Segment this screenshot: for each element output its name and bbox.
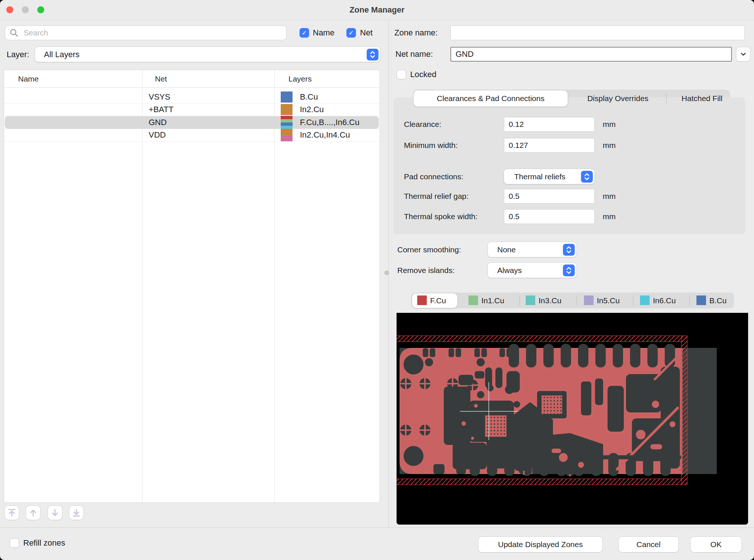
net-filter-checkbox[interactable]: ✓	[346, 28, 356, 38]
remove-islands-label: Remove islands:	[397, 263, 454, 278]
preview-layer-tab-strip	[411, 293, 734, 308]
cell-layers: In2.Cu	[300, 103, 324, 116]
layer-tab-separator	[519, 295, 520, 305]
net-name-label: Net name:	[395, 47, 433, 62]
refill-zones-label: Refill zones	[23, 536, 65, 550]
pcb-preview-canvas[interactable]	[397, 313, 748, 525]
minimum-width-value: 0.127	[509, 141, 528, 150]
zone-name-label: Zone name:	[394, 25, 437, 40]
table-row-gnd[interactable]: GNDF.Cu,B....,In6.Cu	[5, 116, 379, 129]
move-up-icon	[28, 508, 38, 518]
popup-stepper-icon	[563, 244, 575, 256]
layer-color-swatch-fcu	[417, 295, 427, 305]
ok-button[interactable]: OK	[691, 537, 741, 552]
layer-swatch	[281, 119, 293, 122]
move-to-bottom-button[interactable]	[69, 506, 83, 520]
layer-swatch	[281, 135, 293, 141]
tab-clearances-label[interactable]: Clearances & Pad Connections	[414, 90, 568, 107]
table-row-vdd[interactable]: VDDIn2.Cu,In4.Cu	[5, 129, 379, 141]
pad-connections-popup[interactable]: Thermal reliefs	[504, 169, 595, 184]
layer-tab-label-in3cu[interactable]: In3.Cu	[539, 293, 561, 308]
layer-tab-separator	[576, 295, 577, 305]
popup-stepper-icon	[367, 49, 378, 61]
move-down-icon	[50, 508, 60, 518]
tab-hatched-fill[interactable]: Hatched Fill	[673, 90, 731, 107]
thermal-spoke-width-unit: mm	[603, 209, 616, 224]
minimum-width-unit: mm	[603, 138, 616, 153]
thermal-relief-gap-label: Thermal relief gap:	[404, 189, 468, 204]
layer-color-swatches	[281, 129, 293, 141]
table-header: Name Net Layers	[4, 70, 380, 88]
update-displayed-zones-button[interactable]: Update Displayed Zones	[478, 537, 602, 552]
layer-color-swatch-in3cu	[526, 295, 535, 305]
layer-color-swatches	[281, 91, 293, 103]
cell-layers: F.Cu,B....,In6.Cu	[300, 116, 359, 129]
net-name-dropdown-button[interactable]	[736, 47, 750, 61]
layer-tab-label-in6cu[interactable]: In6.Cu	[653, 293, 676, 308]
table-row-batt[interactable]: +BATTIn2.Cu	[5, 103, 379, 116]
net-filter-label: Net	[360, 26, 373, 40]
popup-stepper-icon	[581, 171, 593, 183]
column-header-name[interactable]: Name	[18, 70, 39, 87]
layer-color-swatch-in1cu	[468, 295, 478, 305]
cell-layers: B.Cu	[300, 91, 318, 103]
splitter-handle[interactable]	[384, 270, 389, 275]
thermal-spoke-width-input[interactable]: 0.5	[504, 209, 595, 224]
name-filter-label: Name	[313, 26, 335, 40]
zone-name-input[interactable]	[450, 25, 745, 40]
layer-filter-value: All Layers	[44, 50, 80, 59]
zone-manager-window: Zone Manager Search ✓ Name ✓ Net Layer: …	[0, 0, 754, 560]
net-name-input[interactable]: GND	[450, 47, 732, 62]
pad-connections-value: Thermal reliefs	[514, 172, 566, 181]
column-header-net[interactable]: Net	[155, 70, 167, 87]
layer-tab-label-fcu[interactable]: F.Cu	[430, 293, 446, 308]
locked-checkbox[interactable]	[397, 70, 406, 79]
corner-smoothing-popup[interactable]: None	[488, 242, 577, 257]
layer-swatch	[281, 116, 293, 119]
search-icon	[10, 28, 18, 37]
tab-display-overrides[interactable]: Display Overrides	[577, 90, 659, 107]
move-down-button[interactable]	[48, 506, 62, 520]
minimum-width-input[interactable]: 0.127	[504, 138, 595, 153]
layer-tab-label-in5cu[interactable]: In5.Cu	[597, 293, 620, 308]
thermal-relief-gap-value: 0.5	[509, 192, 519, 201]
move-to-top-button[interactable]	[5, 506, 19, 520]
cancel-button[interactable]: Cancel	[619, 537, 678, 552]
layer-swatch	[281, 91, 293, 103]
move-to-bottom-icon	[72, 508, 81, 518]
search-input[interactable]: Search	[5, 25, 287, 40]
search-placeholder: Search	[24, 28, 48, 37]
thermal-spoke-width-value: 0.5	[509, 212, 519, 221]
net-name-value: GND	[456, 49, 474, 59]
layer-color-swatches	[281, 104, 293, 115]
thermal-relief-gap-input[interactable]: 0.5	[504, 189, 595, 204]
cell-layers: In2.Cu,In4.Cu	[300, 129, 350, 141]
layer-filter-label: Layer:	[7, 47, 29, 62]
layer-tab-separator	[633, 295, 633, 305]
clearance-label: Clearance:	[404, 117, 442, 132]
remove-islands-value: Always	[497, 266, 522, 275]
chevron-down-icon	[740, 51, 747, 58]
move-to-top-icon	[7, 508, 17, 518]
move-up-button[interactable]	[26, 506, 40, 520]
table-row-vsys[interactable]: VSYSB.Cu	[5, 91, 379, 103]
remove-islands-popup[interactable]: Always	[488, 263, 577, 278]
window-title: Zone Manager	[0, 0, 754, 20]
corner-smoothing-value: None	[497, 245, 516, 254]
clearance-input[interactable]: 0.12	[504, 117, 595, 132]
layer-filter-popup[interactable]: All Layers	[35, 47, 380, 62]
layer-swatch	[281, 129, 293, 135]
footer-divider	[0, 528, 754, 528]
cell-net: VSYS	[149, 91, 170, 103]
layer-tab-separator	[689, 295, 690, 305]
tab-separator	[666, 93, 667, 104]
name-filter-checkbox[interactable]: ✓	[300, 28, 309, 38]
column-header-layers[interactable]: Layers	[288, 70, 312, 87]
layer-tab-label-bcu[interactable]: B.Cu	[709, 293, 727, 308]
layer-swatch	[281, 104, 293, 115]
layer-tab-label-in1cu[interactable]: In1.Cu	[481, 293, 504, 308]
layer-color-swatches	[281, 116, 293, 129]
refill-zones-checkbox[interactable]	[10, 538, 19, 548]
thermal-spoke-width-label: Thermal spoke width:	[404, 209, 478, 224]
layer-color-swatch-in5cu	[584, 295, 594, 305]
